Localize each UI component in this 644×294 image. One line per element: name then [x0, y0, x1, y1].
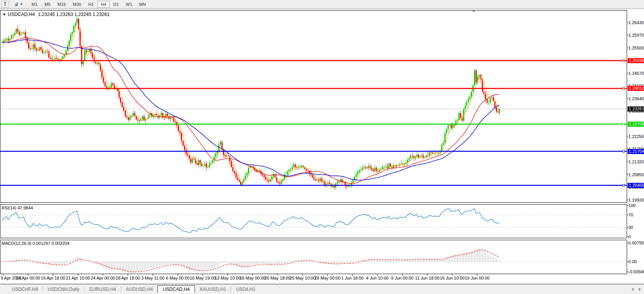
macd-tick: 0.00: [628, 259, 644, 264]
price-tick: 1.23640: [628, 96, 644, 101]
arrows-glyph: [13, 2, 19, 7]
price-tick: 1.19920: [628, 198, 644, 202]
date-label: 24 Apr 00:00: [91, 276, 115, 280]
date-label: 6 May 00:00: [166, 276, 190, 280]
date-label: 10 May 19:00: [190, 276, 216, 280]
hline-price-label[interactable]: 1.24013: [628, 86, 644, 91]
hline-price-label[interactable]: 1.21704: [628, 149, 644, 154]
timeframe-button-m1[interactable]: M1: [28, 1, 41, 8]
time-axis[interactable]: 9 Apr 202114 Apr 00:0016 Apr 18:0021 Apr…: [0, 274, 627, 283]
tab-xauusd-h1[interactable]: XAUUSD,H1: [195, 285, 231, 293]
hline-price-label[interactable]: 1.20456: [628, 183, 644, 188]
macd-indicator-label: MACD(12,26,9) 0.001297 0.003204: [2, 241, 69, 246]
tab-usoil-h1[interactable]: USOil,H1: [231, 285, 260, 293]
pane-border-1: [0, 205, 627, 238]
chart-tab-bar: USDCHF,H4USDCNH,DailyEURUSD,H4AUDUSD,H4U…: [0, 284, 644, 294]
macd-tick: -0.005663: [628, 269, 644, 274]
timeframe-button-d1[interactable]: D1: [110, 1, 122, 8]
price-tick: 1.25500: [628, 46, 644, 50]
pane-splitter[interactable]: [0, 238, 627, 239]
chart-canvas[interactable]: [0, 10, 644, 284]
timeframe-button-m15[interactable]: M15: [55, 1, 69, 8]
tab-audusd-h4[interactable]: AUDUSD,H4: [121, 285, 157, 293]
chart-window: USDCAD,H4 1.23245 1.23263 1.23245 1.2326…: [0, 10, 644, 284]
chart-ohlc-values: 1.23245 1.23263 1.23245 1.23261: [38, 12, 110, 17]
date-label: 13 May 10:00: [215, 276, 241, 280]
date-label: 28 Apr 18:00: [116, 276, 140, 280]
hline-anchor[interactable]: [623, 184, 625, 186]
tab-eurusd-h4[interactable]: EURUSD,H4: [85, 285, 121, 293]
date-label: 19 Jun 00:00: [465, 276, 490, 280]
hline-anchor[interactable]: [623, 151, 625, 152]
rsi-tick: 70: [628, 213, 644, 217]
timeframe-button-mn[interactable]: MN: [136, 1, 149, 8]
scroll-right-icon[interactable]: [639, 288, 641, 291]
date-label: 4 Jun 10:00: [366, 276, 389, 280]
date-label: 16 Jun 10:00: [440, 276, 465, 280]
date-label: 18 May 00:00: [240, 276, 266, 280]
price-tick: 1.22250: [628, 134, 644, 139]
hline-anchor[interactable]: [623, 123, 625, 125]
date-label: 9 Jun 00:00: [391, 276, 414, 280]
date-label: 3 May 11:00: [141, 276, 165, 280]
tab-usdcnh-daily[interactable]: USDCNH,Daily: [43, 285, 84, 293]
price-tick: 1.21320: [628, 159, 644, 164]
timeframe-button-h1[interactable]: H1: [85, 1, 97, 8]
pane-splitter[interactable]: [0, 203, 627, 204]
tab-usdcad-h4[interactable]: USDCAD,H4: [157, 285, 195, 293]
chart-symbol: USDCAD,H4: [8, 12, 35, 17]
chart-shift-marker-icon[interactable]: [472, 11, 475, 12]
scroll-left-icon[interactable]: [632, 288, 633, 291]
hline-anchor[interactable]: [623, 60, 625, 62]
dropdown-caret-icon: [20, 4, 23, 5]
hline-anchor[interactable]: [623, 87, 625, 89]
hline-price-label[interactable]: 1.22704: [628, 122, 644, 127]
macd-tick: 0.007959: [628, 241, 644, 245]
date-label: 21 Apr 10:00: [66, 276, 90, 280]
mt4-terminal: T M1M5M15M30H1H4D1W1MN USDCAD,H4 1.23245…: [0, 0, 644, 294]
date-label: 11 Jun 18:00: [415, 276, 440, 280]
rsi-tick: 100: [628, 203, 644, 208]
date-label: 28 May 00:00: [315, 276, 341, 280]
hline-price-label[interactable]: 1.25036: [628, 58, 644, 63]
date-label: 14 Apr 00:00: [16, 276, 40, 280]
price-tick: 1.26430: [628, 20, 644, 25]
date-label: 1 Jun 18:00: [341, 276, 364, 280]
date-label: 16 Apr 18:00: [41, 276, 65, 280]
timeframe-button-h4[interactable]: H4: [97, 1, 109, 8]
timeframe-button-w1[interactable]: W1: [123, 1, 136, 8]
rsi-tick: 30: [628, 225, 644, 230]
rsi-tick: 0: [628, 234, 644, 239]
price-tick: 1.24570: [628, 71, 644, 76]
chart-title: USDCAD,H4 1.23245 1.23263 1.23245 1.2326…: [3, 12, 110, 17]
rsi-indicator-label: RSI(14) 47.9844: [2, 205, 33, 210]
tab-scroll-buttons: [632, 288, 641, 291]
timeframe-button-group: M1M5M15M30H1H4D1W1MN: [28, 1, 149, 8]
date-label: 20 May 18:00: [265, 276, 291, 280]
date-label: 25 May 10:00: [290, 276, 316, 280]
toolbar-separator: [25, 1, 27, 7]
price-tick: 1.20850: [628, 172, 644, 177]
timeframe-button-m30[interactable]: M30: [70, 1, 84, 8]
tab-usdchf-h4[interactable]: USDCHF,H4: [7, 285, 42, 293]
timeframe-button-m5[interactable]: M5: [41, 1, 53, 8]
cursor-arrows-icon[interactable]: [12, 1, 24, 8]
top-toolbar: T M1M5M15M30H1H4D1W1MN: [0, 0, 644, 9]
price-tick: 1.25970: [628, 33, 644, 37]
current-price-label: 1.23261: [628, 106, 644, 112]
text-tool-icon[interactable]: T: [1, 1, 9, 8]
pane-border-2: [0, 240, 627, 274]
symbol-dropdown-icon[interactable]: [3, 14, 6, 16]
